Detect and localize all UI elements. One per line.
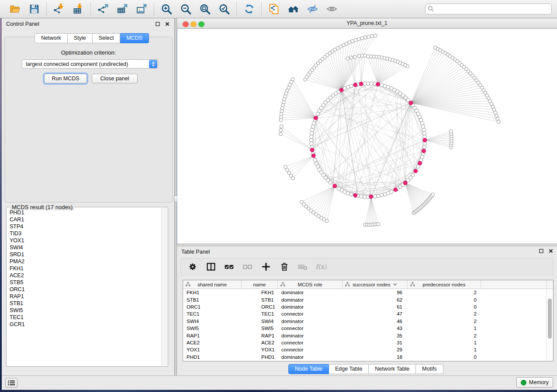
export-network-button[interactable] (97, 3, 110, 16)
network-node[interactable] (377, 194, 380, 198)
mcds-hub-node[interactable] (394, 188, 398, 192)
import-network-button[interactable] (52, 3, 66, 16)
network-node[interactable] (406, 98, 410, 102)
column-header-successor-nodes[interactable]: successor nodes (343, 280, 408, 289)
open-session-button[interactable] (8, 3, 21, 16)
show-all-button[interactable] (325, 3, 338, 16)
network-node[interactable] (280, 125, 283, 128)
mcds-result-item[interactable]: TEC1 (7, 314, 162, 321)
network-node[interactable] (346, 57, 349, 60)
show-columns-button[interactable] (205, 261, 217, 272)
clone-network-button[interactable] (267, 3, 280, 16)
mcds-result-item[interactable]: STB1 (7, 300, 162, 307)
tab-node-table[interactable]: Node Table (288, 364, 329, 374)
mcds-result-item[interactable]: PHD1 (7, 209, 162, 216)
mcds-hub-node[interactable] (422, 149, 426, 153)
tab-mcds[interactable]: MCDS (120, 33, 149, 43)
network-node[interactable] (363, 195, 367, 199)
network-node[interactable] (431, 193, 435, 196)
table-row[interactable]: TEC1TEC1connector472 (183, 310, 553, 317)
network-node[interactable] (279, 128, 283, 132)
network-node[interactable] (420, 121, 424, 125)
network-node[interactable] (422, 128, 426, 132)
mcds-hub-node[interactable] (403, 181, 407, 185)
network-node[interactable] (421, 125, 425, 128)
network-node[interactable] (311, 125, 315, 128)
network-node[interactable] (304, 78, 307, 81)
mcds-hub-node[interactable] (369, 195, 373, 199)
deselect-all-button[interactable] (242, 261, 253, 272)
table-row[interactable]: ACE2ACE2connector311 (183, 339, 553, 346)
search-input[interactable] (425, 3, 552, 14)
mcds-result-item[interactable]: ACE2 (7, 272, 162, 279)
network-canvas[interactable] (177, 29, 557, 244)
table-row[interactable]: YOX1YOX1connector291 (183, 346, 553, 353)
close-button[interactable] (547, 248, 554, 254)
column-header-shared-name[interactable]: shared name (183, 280, 242, 289)
close-panel-button[interactable]: Close panel (92, 74, 138, 83)
mcds-result-item[interactable]: STB5 (7, 279, 162, 286)
table-row[interactable]: PHD1PHD1dominator180 (183, 354, 553, 361)
export-table-button[interactable] (116, 3, 129, 16)
table-scrollbar[interactable] (546, 289, 553, 361)
network-node[interactable] (367, 55, 370, 58)
table-row[interactable]: SWI5SWI5connector431 (183, 325, 553, 332)
tab-select[interactable]: Select (93, 33, 121, 43)
network-node[interactable] (422, 145, 426, 149)
network-node[interactable] (380, 193, 383, 197)
mcds-result-item[interactable]: RAP1 (7, 293, 162, 300)
zoom-in-button[interactable] (160, 3, 173, 16)
column-header-name[interactable]: name (242, 280, 278, 289)
network-node[interactable] (313, 158, 317, 162)
network-node[interactable] (360, 195, 363, 198)
delete-row-button[interactable] (279, 261, 290, 272)
run-mcds-button[interactable]: Run MCDS (44, 74, 87, 83)
network-node[interactable] (311, 128, 314, 132)
network-node[interactable] (497, 120, 500, 124)
refresh-button[interactable] (242, 3, 256, 16)
network-node[interactable] (360, 37, 364, 40)
zoom-fit-button[interactable] (198, 3, 211, 16)
mcds-result-scrollbar[interactable] (161, 208, 167, 366)
network-node[interactable] (370, 82, 373, 85)
network-node[interactable] (363, 82, 367, 85)
network-window-titlebar[interactable]: YPA_prune.txt_1 (177, 18, 557, 29)
import-table-button[interactable] (72, 3, 85, 16)
save-session-button[interactable] (28, 3, 41, 16)
tab-style[interactable]: Style (68, 33, 93, 43)
network-node[interactable] (367, 35, 370, 38)
memory-button[interactable]: Memory (516, 377, 553, 388)
hide-selected-button[interactable] (306, 3, 319, 16)
mcds-hub-node[interactable] (310, 148, 314, 152)
tab-network-table[interactable]: Network Table (369, 364, 416, 374)
network-node[interactable] (310, 135, 313, 138)
close-button[interactable] (164, 21, 171, 28)
mcds-result-item[interactable]: GCR1 (7, 321, 162, 328)
tab-edge-table[interactable]: Edge Table (329, 364, 369, 374)
mcds-hub-node[interactable] (353, 193, 357, 197)
mcds-hub-node[interactable] (339, 88, 343, 92)
network-node[interactable] (310, 131, 313, 135)
network-node[interactable] (279, 132, 282, 136)
column-header-predecessor-nodes[interactable]: predecessor nodes (408, 280, 481, 289)
mcds-result-item[interactable]: CAR1 (7, 216, 162, 223)
table-row[interactable]: ORC1ORC1dominator610 (183, 303, 553, 310)
network-node[interactable] (374, 34, 377, 38)
network-node[interactable] (357, 54, 361, 58)
network-node[interactable] (310, 138, 313, 142)
network-node[interactable] (366, 82, 370, 85)
network-node[interactable] (310, 142, 313, 145)
table-row[interactable]: SWI4SWI4dominator462 (183, 318, 553, 325)
select-all-button[interactable] (224, 261, 235, 272)
mcds-hub-node[interactable] (333, 184, 337, 188)
network-node[interactable] (370, 34, 374, 38)
zoom-out-button[interactable] (179, 3, 192, 16)
tab-network[interactable]: Network (35, 33, 68, 43)
network-node[interactable] (422, 131, 426, 135)
export-image-button[interactable] (135, 3, 148, 16)
tab-motifs[interactable]: Motifs (416, 364, 443, 374)
network-node[interactable] (449, 130, 453, 133)
table-row[interactable]: FKH1FKH1dominator962 (183, 289, 553, 296)
zoom-selected-button[interactable] (218, 3, 231, 16)
add-row-button[interactable] (260, 261, 272, 272)
